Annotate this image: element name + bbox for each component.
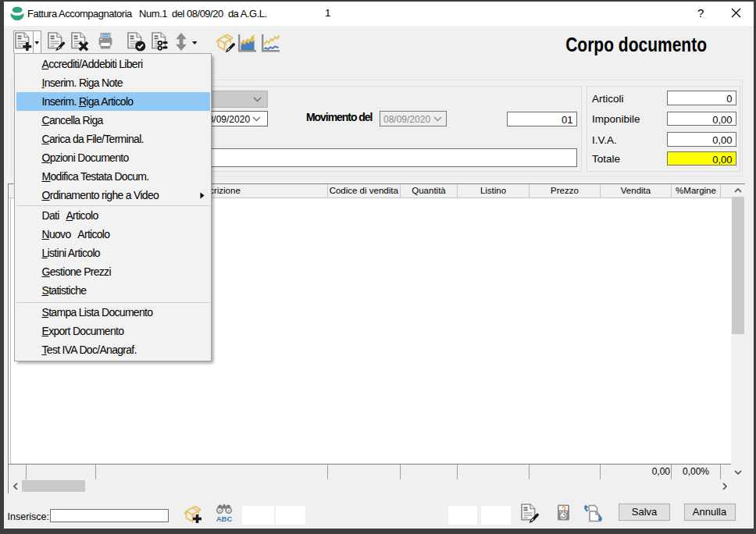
svg-text:ABC: ABC — [216, 514, 233, 522]
